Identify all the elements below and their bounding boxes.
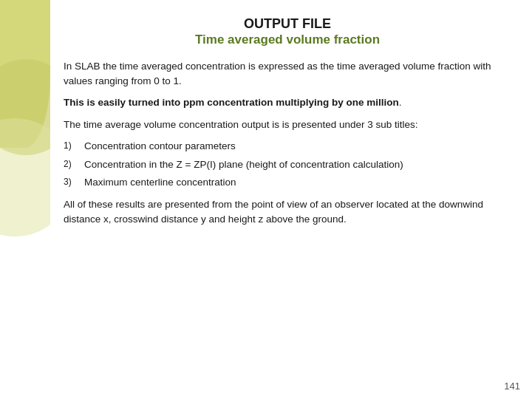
para1-text: In SLAB the time averaged concentration … (64, 61, 491, 86)
title-main: OUTPUT FILE (64, 16, 511, 32)
content-area: OUTPUT FILE Time averaged volume fractio… (50, 0, 532, 399)
list-item: 3) Maximum centerline concentration (64, 175, 511, 190)
para2-end: . (399, 97, 402, 108)
page-number: 141 (504, 381, 520, 392)
para2-bold: This is easily turned into ppm concentra… (64, 97, 399, 108)
list-item: 1) Concentration contour parameters (64, 139, 511, 154)
numbered-list: 1) Concentration contour parameters 2) C… (64, 139, 511, 190)
slide-container: OUTPUT FILE Time averaged volume fractio… (0, 0, 532, 399)
para4-text: All of these results are presented from … (64, 199, 483, 225)
list-text-1: Concentration contour parameters (84, 139, 511, 154)
deco-circle2 (0, 118, 50, 236)
list-item: 2) Concentration in the Z = ZP(I) plane … (64, 157, 511, 172)
body-content: In SLAB the time averaged concentration … (64, 59, 511, 233)
list-text-2: Concentration in the Z = ZP(I) plane (he… (84, 157, 511, 172)
list-num-2: 2) (64, 157, 84, 171)
list-num-1: 1) (64, 139, 84, 152)
para3-text: The time average volume concentration ou… (64, 119, 418, 130)
list-text-3: Maximum centerline concentration (84, 175, 511, 190)
left-decoration (0, 0, 50, 399)
slide-title: OUTPUT FILE Time averaged volume fractio… (64, 16, 511, 47)
paragraph-1: In SLAB the time averaged concentration … (64, 59, 511, 88)
paragraph-4: All of these results are presented from … (64, 197, 511, 226)
paragraph-3: The time average volume concentration ou… (64, 117, 511, 132)
list-num-3: 3) (64, 175, 84, 188)
paragraph-2: This is easily turned into ppm concentra… (64, 95, 511, 110)
title-sub: Time averaged volume fraction (64, 33, 511, 47)
